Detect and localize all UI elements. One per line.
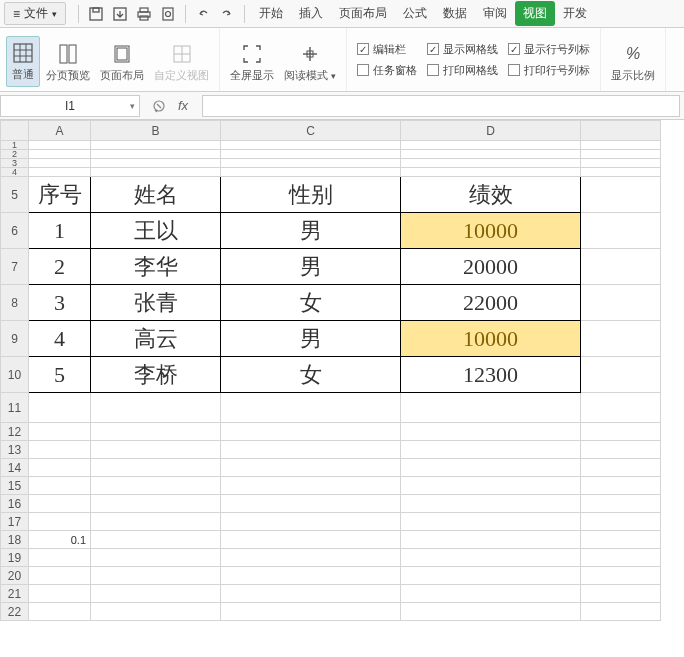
col-extra[interactable] <box>581 121 661 141</box>
checkbox-checked-icon: ✓ <box>508 43 520 55</box>
cancel-icon[interactable] <box>150 97 168 115</box>
print-gridlines-checkbox[interactable]: 打印网格线 <box>427 63 498 78</box>
chevron-down-icon[interactable]: ▾ <box>130 101 135 111</box>
fx-buttons: fx <box>144 97 198 115</box>
cell[interactable]: 女 <box>221 357 401 393</box>
page-break-button[interactable]: 分页预览 <box>42 38 94 87</box>
undo-redo-group <box>192 5 238 23</box>
row-18: 180.1 <box>1 531 661 549</box>
cell-A18[interactable]: 0.1 <box>29 531 91 549</box>
col-D[interactable]: D <box>401 121 581 141</box>
col-C[interactable]: C <box>221 121 401 141</box>
row-head[interactable]: 18 <box>1 531 29 549</box>
formula-bar-checkbox[interactable]: ✓编辑栏 <box>357 42 417 57</box>
row-head[interactable]: 16 <box>1 495 29 513</box>
row-head[interactable]: 15 <box>1 477 29 495</box>
fullscreen-button[interactable]: 全屏显示 <box>226 38 278 87</box>
row-head[interactable]: 11 <box>1 393 29 423</box>
print-preview-icon[interactable] <box>159 5 177 23</box>
tab-developer[interactable]: 开发 <box>555 1 595 26</box>
cell[interactable]: 5 <box>29 357 91 393</box>
cell[interactable]: 高云 <box>91 321 221 357</box>
formula-input[interactable] <box>202 95 680 117</box>
reading-mode-button[interactable]: 阅读模式 ▾ <box>280 38 340 87</box>
checkbox-icon <box>357 64 369 76</box>
sheet-grid[interactable]: A B C D 1 2 3 4 5 序号 姓名 性别 绩效 61王以男10000… <box>0 120 661 621</box>
tab-page-layout[interactable]: 页面布局 <box>331 1 395 26</box>
svg-rect-1 <box>93 8 99 12</box>
row-head[interactable]: 14 <box>1 459 29 477</box>
zoom-button[interactable]: % 显示比例 <box>607 38 659 87</box>
cell[interactable]: 1 <box>29 213 91 249</box>
save-icon[interactable] <box>87 5 105 23</box>
cell[interactable]: 男 <box>221 249 401 285</box>
undo-icon[interactable] <box>194 5 212 23</box>
row-head[interactable]: 20 <box>1 567 29 585</box>
tab-review[interactable]: 审阅 <box>475 1 515 26</box>
page-layout-label: 页面布局 <box>100 68 144 83</box>
normal-view-button[interactable]: 普通 <box>6 36 40 87</box>
zoom-group: % 显示比例 <box>600 28 666 91</box>
cell[interactable]: 李华 <box>91 249 221 285</box>
custom-view-button[interactable]: 自定义视图 <box>150 38 213 87</box>
tab-formulas[interactable]: 公式 <box>395 1 435 26</box>
check-col-2: ✓显示网格线 打印网格线 <box>423 36 502 84</box>
task-pane-checkbox[interactable]: 任务窗格 <box>357 63 417 78</box>
tab-view[interactable]: 视图 <box>515 1 555 26</box>
row-head[interactable]: 21 <box>1 585 29 603</box>
cell[interactable]: 李桥 <box>91 357 221 393</box>
cell[interactable]: 22000 <box>401 285 581 321</box>
row-head[interactable]: 9 <box>1 321 29 357</box>
row-head[interactable]: 8 <box>1 285 29 321</box>
cell[interactable]: 12300 <box>401 357 581 393</box>
redo-icon[interactable] <box>218 5 236 23</box>
cell[interactable]: 张青 <box>91 285 221 321</box>
save-as-icon[interactable] <box>111 5 129 23</box>
cell[interactable]: 2 <box>29 249 91 285</box>
cell-highlight[interactable]: 10000 <box>401 321 581 357</box>
row: 15 <box>1 477 661 495</box>
row-head[interactable]: 13 <box>1 441 29 459</box>
row-head[interactable]: 7 <box>1 249 29 285</box>
row-head[interactable]: 22 <box>1 603 29 621</box>
row-head[interactable]: 6 <box>1 213 29 249</box>
fx-button[interactable]: fx <box>174 97 192 115</box>
row-head[interactable]: 5 <box>1 177 29 213</box>
header-gender[interactable]: 性别 <box>221 177 401 213</box>
cell-highlight[interactable]: 10000 <box>401 213 581 249</box>
file-menu-button[interactable]: ≡ 文件 ▾ <box>4 2 66 25</box>
svg-point-7 <box>166 11 171 16</box>
tab-data[interactable]: 数据 <box>435 1 475 26</box>
svg-line-24 <box>157 104 161 108</box>
header-perf[interactable]: 绩效 <box>401 177 581 213</box>
row-head[interactable]: 12 <box>1 423 29 441</box>
checkbox-icon <box>427 64 439 76</box>
column-header-row: A B C D <box>1 121 661 141</box>
page-layout-icon <box>110 42 134 66</box>
row-head[interactable]: 17 <box>1 513 29 531</box>
row-head[interactable]: 19 <box>1 549 29 567</box>
cell[interactable]: 4 <box>29 321 91 357</box>
page-layout-button[interactable]: 页面布局 <box>96 38 148 87</box>
row-head[interactable]: 4 <box>1 168 29 177</box>
col-A[interactable]: A <box>29 121 91 141</box>
show-headings-checkbox[interactable]: ✓显示行号列标 <box>508 42 590 57</box>
tab-start[interactable]: 开始 <box>251 1 291 26</box>
print-icon[interactable] <box>135 5 153 23</box>
print-headings-checkbox[interactable]: 打印行号列标 <box>508 63 590 78</box>
row-head[interactable]: 10 <box>1 357 29 393</box>
header-seq[interactable]: 序号 <box>29 177 91 213</box>
cell[interactable]: 女 <box>221 285 401 321</box>
cell[interactable]: 男 <box>221 213 401 249</box>
name-box[interactable]: I1 ▾ <box>0 95 140 117</box>
header-name[interactable]: 姓名 <box>91 177 221 213</box>
tab-insert[interactable]: 插入 <box>291 1 331 26</box>
cell[interactable]: 20000 <box>401 249 581 285</box>
select-all-corner[interactable] <box>1 121 29 141</box>
cell[interactable]: 男 <box>221 321 401 357</box>
cell[interactable]: 王以 <box>91 213 221 249</box>
cell[interactable]: 3 <box>29 285 91 321</box>
row-2: 2 <box>1 150 661 159</box>
show-gridlines-checkbox[interactable]: ✓显示网格线 <box>427 42 498 57</box>
col-B[interactable]: B <box>91 121 221 141</box>
